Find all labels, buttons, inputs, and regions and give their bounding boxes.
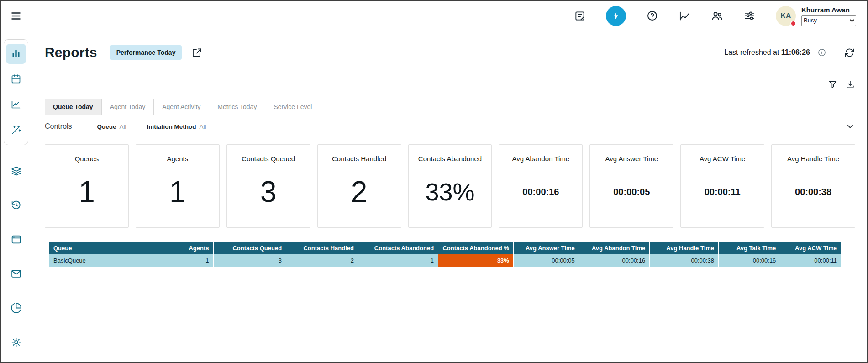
card-label: Contacts Abandoned xyxy=(418,155,482,163)
column-header: Avg Answer Time xyxy=(513,242,579,254)
tab-queue-today[interactable]: Queue Today xyxy=(45,99,101,115)
table-cell: 1 xyxy=(358,254,438,267)
card-value: 1 xyxy=(79,175,95,209)
browser-window-icon xyxy=(11,234,22,247)
report-header: Reports Performance Today Last refreshed… xyxy=(45,31,855,74)
tab-metrics-today[interactable]: Metrics Today xyxy=(209,99,265,115)
avatar-initials: KA xyxy=(780,12,791,20)
mail-icon xyxy=(11,268,22,281)
initiation-method-value: All xyxy=(200,123,206,130)
bar-chart-icon xyxy=(11,48,21,60)
info-icon[interactable] xyxy=(817,48,826,57)
gear-icon xyxy=(11,337,22,349)
users-icon[interactable] xyxy=(711,10,723,22)
queue-filter[interactable]: Queue All xyxy=(97,123,126,130)
column-header: Contacts Abandoned % xyxy=(438,242,514,254)
sidebar-item-routing[interactable] xyxy=(6,162,26,182)
refresh-icon[interactable] xyxy=(844,47,855,58)
column-header: Agents xyxy=(162,242,213,254)
column-header: Avg ACW Time xyxy=(780,242,842,254)
card-value: 1 xyxy=(169,175,186,209)
card-contacts-queued: Contacts Queued 3 xyxy=(226,144,310,228)
report-tabs: Queue Today Agent Today Agent Activity M… xyxy=(45,99,855,115)
table-row: BasicQueue 1 3 2 1 33% 00:00:05 00:00:16… xyxy=(49,254,842,267)
help-icon[interactable] xyxy=(646,10,658,22)
user-block: KA Khurram Awan Busy xyxy=(776,6,856,26)
card-agents: Agents 1 xyxy=(136,144,220,228)
busy-status-dot xyxy=(790,21,796,26)
sidebar-item-calendar[interactable] xyxy=(6,69,26,89)
topbar: KA Khurram Awan Busy xyxy=(1,1,867,31)
settings-sliders-icon[interactable] xyxy=(743,10,756,22)
topbar-actions: KA Khurram Awan Busy xyxy=(574,6,856,26)
card-contacts-abandoned: Contacts Abandoned 33% xyxy=(408,144,492,228)
tab-agent-today[interactable]: Agent Today xyxy=(101,99,154,115)
sidebar-item-history[interactable] xyxy=(6,196,26,216)
column-header: Avg Handle Time xyxy=(650,242,719,254)
card-label: Avg ACW Time xyxy=(700,155,746,163)
last-refreshed-text: Last refreshed at 11:06:26 xyxy=(724,48,810,57)
sidebar-item-metrics[interactable] xyxy=(6,95,26,115)
card-value: 2 xyxy=(351,175,368,209)
column-header: Queue xyxy=(49,242,162,254)
chevron-down-icon[interactable] xyxy=(845,121,855,132)
sidebar-item-reports[interactable] xyxy=(6,44,26,64)
card-queues: Queues 1 xyxy=(45,144,129,228)
table-cell: 3 xyxy=(213,254,286,267)
card-value: 00:00:38 xyxy=(795,187,831,197)
status-select[interactable]: Busy xyxy=(801,15,856,26)
table-cell: 00:00:16 xyxy=(719,254,780,267)
user-name: Khurram Awan xyxy=(801,6,856,14)
initiation-method-filter[interactable]: Initiation Method All xyxy=(147,123,206,130)
last-refreshed-label: Last refreshed at xyxy=(724,48,779,56)
pie-chart-icon xyxy=(11,302,22,315)
queue-filter-value: All xyxy=(120,123,126,130)
queue-name-cell[interactable]: BasicQueue xyxy=(49,254,162,267)
card-label: Contacts Queued xyxy=(242,155,295,163)
column-header: Contacts Abandoned xyxy=(358,242,438,254)
card-value: 3 xyxy=(260,175,277,209)
metric-cards: Queues 1 Agents 1 Contacts Queued 3 Cont… xyxy=(45,144,855,228)
table-cell: 00:00:16 xyxy=(579,254,649,267)
page-title: Reports xyxy=(45,45,97,60)
sidebar-item-tools[interactable] xyxy=(6,121,26,141)
sidebar-item-settings[interactable] xyxy=(6,333,26,353)
card-value: 00:00:16 xyxy=(522,187,559,197)
app-window: KA Khurram Awan Busy xyxy=(0,0,868,363)
column-header: Avg Abandon Time xyxy=(579,242,649,254)
table-toolbar xyxy=(45,74,855,95)
history-icon xyxy=(11,200,22,212)
avatar[interactable]: KA xyxy=(776,6,796,26)
initiation-method-label: Initiation Method xyxy=(147,123,196,130)
last-refreshed-time: 11:06:26 xyxy=(781,48,810,56)
card-label: Avg Answer Time xyxy=(605,155,658,163)
filter-icon[interactable] xyxy=(828,79,838,89)
table-header-row: Queue Agents Contacts Queued Contacts Ha… xyxy=(49,242,842,254)
layers-icon xyxy=(11,165,22,178)
hamburger-menu-icon[interactable] xyxy=(10,10,22,22)
metrics-icon[interactable] xyxy=(679,10,691,22)
card-label: Contacts Handled xyxy=(332,155,386,163)
table-cell: 1 xyxy=(162,254,213,267)
notes-icon[interactable] xyxy=(574,10,586,22)
table-cell: 2 xyxy=(286,254,358,267)
controls-bar: Controls Queue All Initiation Method All xyxy=(45,115,855,138)
tab-agent-activity[interactable]: Agent Activity xyxy=(153,99,209,115)
tab-service-level[interactable]: Service Level xyxy=(265,99,320,115)
card-label: Avg Handle Time xyxy=(787,155,839,163)
line-chart-icon xyxy=(11,99,21,111)
calendar-icon xyxy=(11,74,21,86)
sidebar-item-window[interactable] xyxy=(6,230,26,250)
download-icon[interactable] xyxy=(845,79,855,89)
sidebar-item-mail[interactable] xyxy=(6,264,26,284)
sidebar-item-analytics[interactable] xyxy=(6,299,26,319)
main-content: Reports Performance Today Last refreshed… xyxy=(31,31,867,362)
realtime-metrics-icon[interactable] xyxy=(606,6,626,26)
magic-wand-icon xyxy=(11,125,21,137)
card-label: Agents xyxy=(167,155,188,163)
abandoned-pct-cell: 33% xyxy=(438,254,514,267)
open-in-new-window-icon[interactable] xyxy=(192,47,202,58)
card-value: 33% xyxy=(425,178,474,206)
table-cell: 00:00:38 xyxy=(650,254,719,267)
card-contacts-handled: Contacts Handled 2 xyxy=(317,144,401,228)
